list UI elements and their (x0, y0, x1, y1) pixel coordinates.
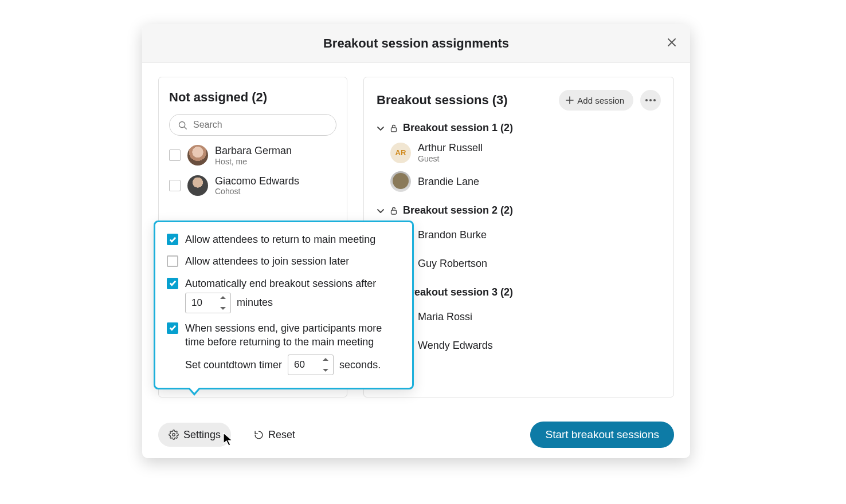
chevron-down-icon (323, 368, 328, 372)
not-assigned-title: Not assigned (2) (169, 90, 336, 105)
chevron-down-icon (220, 306, 226, 310)
member-name: Guy Robertson (418, 258, 487, 270)
checkbox[interactable] (167, 255, 178, 267)
svg-rect-3 (391, 210, 397, 214)
option-label: Allow attendees to join session later (185, 254, 349, 268)
chevron-down-icon (377, 124, 385, 132)
session-member[interactable]: Guy Robertson (377, 253, 661, 274)
member-role: Guest (418, 154, 483, 163)
member-name: Wendy Edwards (418, 340, 493, 352)
option-join-later[interactable]: Allow attendees to join session later (167, 254, 401, 268)
minutes-stepper[interactable]: 10 (185, 293, 231, 313)
unassigned-list: Barbara German Host, me Giacomo Edwards … (169, 145, 336, 196)
search-field[interactable] (169, 114, 336, 136)
member-name: Brandon Burke (418, 229, 487, 241)
seconds-value: 60 (294, 359, 305, 371)
avatar-initials: AR (390, 143, 411, 163)
option-return-main[interactable]: Allow attendees to return to main meetin… (167, 233, 401, 246)
countdown-row: Set countdtown timer 60 seconds. (185, 355, 401, 375)
start-breakout-button[interactable]: Start breakout sessions (530, 422, 674, 448)
avatar (187, 145, 208, 166)
seconds-label: seconds. (339, 359, 381, 371)
start-label: Start breakout sessions (545, 428, 659, 441)
option-label: Allow attendees to return to main meetin… (185, 233, 375, 246)
sessions-header: Breakout sessions (3) Add session (377, 90, 661, 111)
svg-line-1 (185, 127, 186, 128)
option-label: When sessions end, give participants mor… (185, 321, 401, 349)
plus-icon (566, 96, 574, 104)
option-label: Automatically end breakout sessions afte… (185, 277, 376, 290)
chevron-up-icon (220, 296, 226, 300)
svg-rect-2 (391, 128, 397, 132)
avatar (390, 171, 411, 192)
session-member[interactable]: Brandon Burke (377, 225, 661, 245)
reset-button[interactable]: Reset (244, 423, 306, 447)
search-input[interactable] (192, 119, 328, 131)
member-name: Arthur Russell (418, 142, 483, 154)
countdown-prefix: Set countdtown timer (185, 359, 282, 371)
svg-point-4 (173, 434, 175, 436)
close-button[interactable] (664, 34, 680, 50)
unassigned-user-row[interactable]: Giacomo Edwards Cohost (169, 175, 336, 196)
member-name: Maria Rossi (418, 311, 472, 323)
session-title: Breakout session 3 (2) (403, 286, 513, 298)
settings-popover: Allow attendees to return to main meetin… (154, 220, 414, 389)
checkbox[interactable] (167, 322, 178, 334)
more-options-button[interactable] (640, 90, 661, 111)
session-header[interactable]: Breakout session 2 (2) (377, 204, 661, 216)
chevron-down-icon (377, 207, 385, 215)
session-header[interactable]: Breakout session 1 (2) (377, 122, 661, 134)
dots-icon (645, 99, 648, 101)
minutes-label: minutes (237, 297, 273, 309)
sessions-list: Breakout session 1 (2) AR Arthur Russell… (377, 117, 661, 356)
session-member[interactable]: Maria Rossi (377, 306, 661, 327)
stepper-arrows[interactable] (323, 357, 330, 372)
session-title: Breakout session 2 (2) (403, 204, 513, 216)
chevron-up-icon (323, 357, 328, 362)
avatar (187, 175, 208, 196)
unlock-icon (390, 207, 397, 215)
checkbox[interactable] (167, 234, 178, 245)
close-icon (668, 38, 676, 46)
session-title: Breakout session 1 (2) (403, 122, 513, 134)
reset-icon (254, 430, 264, 440)
user-role: Host, me (215, 157, 292, 166)
search-icon (178, 120, 187, 130)
add-session-button[interactable]: Add session (559, 90, 633, 111)
user-checkbox[interactable] (169, 180, 181, 191)
dialog-footer: Settings Reset Start breakout sessions (142, 411, 690, 458)
option-more-time[interactable]: When sessions end, give participants mor… (167, 321, 401, 349)
svg-point-0 (179, 121, 185, 127)
session-member[interactable]: Wendy Edwards (377, 335, 661, 356)
settings-label: Settings (183, 429, 221, 441)
add-session-label: Add session (577, 96, 624, 105)
option-auto-end[interactable]: Automatically end breakout sessions afte… (167, 277, 401, 290)
user-role: Cohost (215, 187, 299, 196)
member-name: Brandie Lane (418, 176, 479, 188)
minutes-row: 10 minutes (185, 293, 401, 313)
checkbox[interactable] (167, 278, 178, 289)
dialog-title: Breakout session assignments (323, 36, 509, 51)
minutes-value: 10 (191, 297, 202, 309)
settings-button[interactable]: Settings (158, 423, 231, 447)
session-member[interactable]: AR Arthur Russell Guest (377, 142, 661, 163)
dialog-header: Breakout session assignments (142, 24, 690, 63)
stepper-arrows[interactable] (220, 296, 227, 310)
reset-label: Reset (268, 429, 295, 441)
unassigned-user-row[interactable]: Barbara German Host, me (169, 145, 336, 166)
user-name: Giacomo Edwards (215, 175, 299, 187)
user-checkbox[interactable] (169, 149, 181, 161)
seconds-stepper[interactable]: 60 (288, 355, 334, 375)
session-header[interactable]: Breakout session 3 (2) (377, 286, 661, 298)
user-name: Barbara German (215, 145, 292, 157)
unlock-icon (390, 124, 397, 132)
sessions-title: Breakout sessions (3) (377, 93, 508, 108)
gear-icon (169, 430, 179, 440)
session-member[interactable]: Brandie Lane (377, 171, 661, 192)
